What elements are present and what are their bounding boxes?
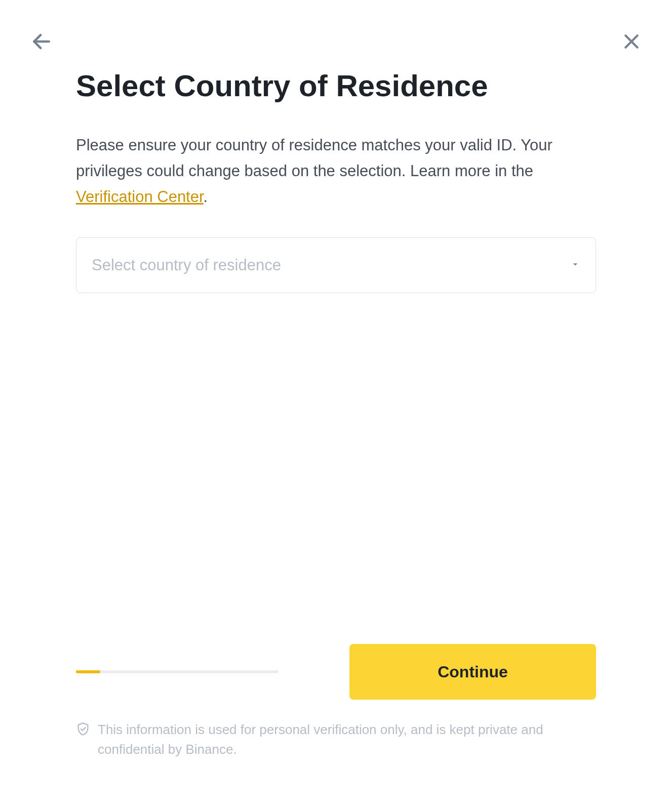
country-select[interactable]: Select country of residence xyxy=(76,237,596,293)
page-title: Select Country of Residence xyxy=(76,68,596,104)
description-before: Please ensure your country of residence … xyxy=(76,136,552,180)
content-area: Select Country of Residence Please ensur… xyxy=(30,68,642,644)
bottom-section: Continue This information is used for pe… xyxy=(30,644,642,780)
close-button[interactable] xyxy=(621,31,642,52)
caret-down-icon xyxy=(570,259,580,271)
header-icons xyxy=(30,30,642,53)
continue-button[interactable]: Continue xyxy=(349,644,596,700)
progress-fill xyxy=(76,670,100,673)
disclaimer: This information is used for personal ve… xyxy=(76,720,596,780)
progress-bar xyxy=(76,670,279,673)
modal-container: Select Country of Residence Please ensur… xyxy=(0,0,672,810)
back-button[interactable] xyxy=(30,30,53,53)
close-icon xyxy=(621,31,642,52)
disclaimer-text: This information is used for personal ve… xyxy=(98,720,596,759)
verification-center-link[interactable]: Verification Center xyxy=(76,188,204,206)
arrow-left-icon xyxy=(30,30,53,53)
progress-continue-row: Continue xyxy=(76,644,596,700)
description-text: Please ensure your country of residence … xyxy=(76,132,596,210)
shield-check-icon xyxy=(76,722,90,742)
description-after: . xyxy=(204,188,208,206)
select-placeholder: Select country of residence xyxy=(92,256,281,274)
